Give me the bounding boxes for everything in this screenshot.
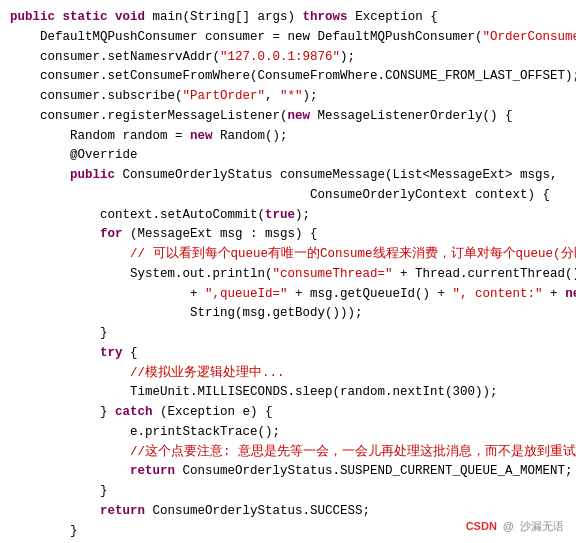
- footer-logo: CSDN: [466, 518, 497, 535]
- footer: CSDN @ 沙漏无语: [466, 518, 564, 535]
- code-container: public static void main(String[] args) t…: [0, 0, 576, 543]
- code-block: public static void main(String[] args) t…: [0, 0, 576, 543]
- footer-user: 沙漏无语: [520, 518, 564, 535]
- footer-separator: @: [503, 518, 514, 535]
